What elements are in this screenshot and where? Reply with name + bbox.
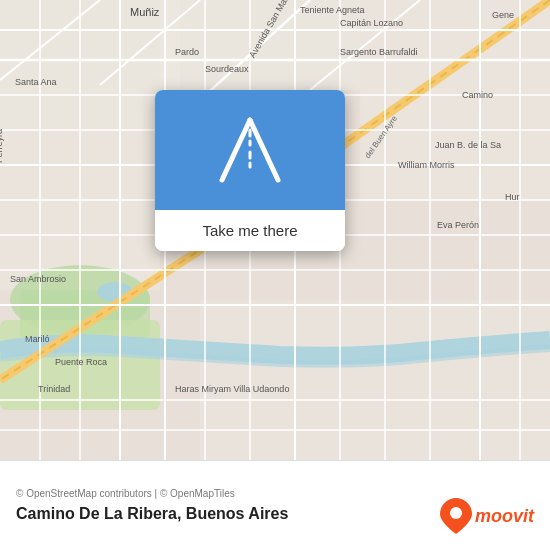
svg-text:Mariló: Mariló [25,334,50,344]
svg-text:Eva Perón: Eva Perón [437,220,479,230]
svg-text:Teniente Agneta: Teniente Agneta [300,5,365,15]
moovit-logo: moovit [440,500,534,532]
take-me-there-button[interactable]: Take me there [155,210,345,251]
svg-text:William Morris: William Morris [398,160,455,170]
moovit-text: moovit [475,506,534,527]
svg-rect-5 [200,300,550,460]
road-icon-svg [210,110,290,190]
bottom-bar: © OpenStreetMap contributors | © OpenMap… [0,460,550,550]
svg-line-59 [250,120,278,180]
svg-rect-1 [0,0,180,130]
svg-text:Ferreyra: Ferreyra [0,129,4,163]
svg-text:Sargento Barrufaldi: Sargento Barrufaldi [340,47,418,57]
svg-text:Juan B. de la Sa: Juan B. de la Sa [435,140,501,150]
svg-text:Gene: Gene [492,10,514,20]
svg-text:Haras Miryam Villa Udaondo: Haras Miryam Villa Udaondo [175,384,289,394]
svg-text:Trinidad: Trinidad [38,384,70,394]
popup-card: Take me there [155,90,345,251]
moovit-icon [440,498,472,534]
svg-point-62 [450,507,462,519]
popup-icon-area [155,90,345,210]
svg-text:Puente Roca: Puente Roca [55,357,107,367]
svg-text:Pardo: Pardo [175,47,199,57]
map-container[interactable]: Muñiz Pardo Sourdeaux Avenida San Martín… [0,0,550,460]
svg-text:Santa Ana: Santa Ana [15,77,57,87]
svg-text:San Ambrosio: San Ambrosio [10,274,66,284]
svg-text:Camino: Camino [462,90,493,100]
svg-text:Capitán Lozano: Capitán Lozano [340,18,403,28]
svg-text:Hur: Hur [505,192,520,202]
svg-line-58 [222,120,250,180]
svg-text:Muñiz: Muñiz [130,6,160,18]
svg-text:Sourdeaux: Sourdeaux [205,64,249,74]
